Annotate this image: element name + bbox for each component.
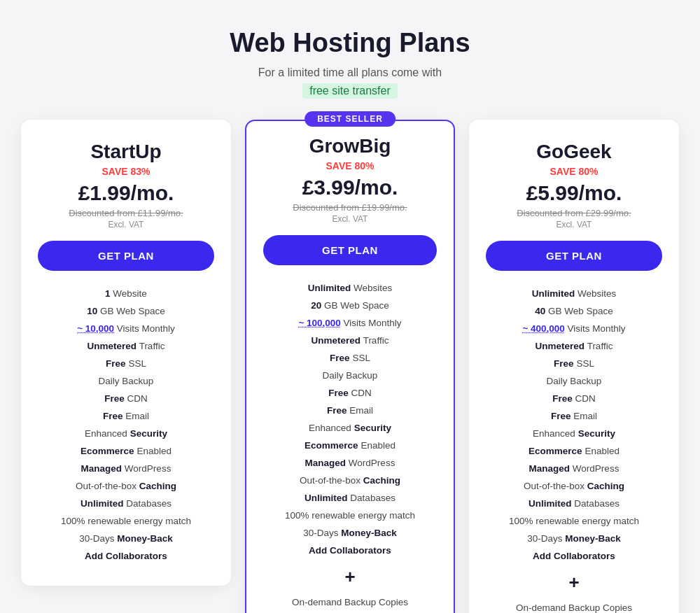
feature-item: Ecommerce Enabled	[486, 442, 662, 460]
free-transfer-badge: free site transfer	[302, 83, 398, 99]
feature-item: Ecommerce Enabled	[38, 442, 214, 460]
plan-save-growbig: SAVE 80%	[263, 160, 437, 171]
feature-item: Enhanced Security	[263, 419, 437, 437]
plan-vat-growbig: Excl. VAT	[263, 214, 437, 224]
plus-separator-gogeek: +	[486, 572, 662, 593]
feature-item: 20 GB Web Space	[263, 297, 437, 314]
plan-card-gogeek: GoGeekSAVE 80%£5.99/mo.Discounted from £…	[469, 120, 679, 613]
feature-item: 30-Days Money-Back	[263, 524, 437, 542]
feature-item: Daily Backup	[38, 372, 214, 390]
plan-name-growbig: GrowBig	[263, 135, 437, 157]
feature-item: Daily Backup	[486, 372, 662, 390]
feature-item: 1 Website	[38, 285, 214, 302]
plan-original-growbig: Discounted from £19.99/mo.	[263, 202, 437, 213]
page-title: Web Hosting Plans	[14, 28, 686, 58]
plan-original-startup: Discounted from £11.99/mo.	[38, 208, 214, 218]
plans-container: StartUpSAVE 83%£1.99/mo.Discounted from …	[14, 120, 686, 613]
feature-item: Managed WordPress	[38, 460, 214, 477]
feature-item: Free Email	[486, 407, 662, 425]
extra-features-list-gogeek: On-demand Backup Copies30% faster PHPSta…	[486, 599, 662, 613]
extra-feature-item: On-demand Backup Copies	[263, 593, 437, 611]
plus-separator-growbig: +	[263, 566, 437, 588]
feature-item: Enhanced Security	[486, 425, 662, 442]
feature-item: Add Collaborators	[486, 547, 662, 565]
feature-item: Out-of-the-box Caching	[38, 477, 214, 495]
feature-item: ~ 400,000 Visits Monthly	[486, 320, 662, 337]
extra-feature-item: On-demand Backup Copies	[486, 599, 662, 613]
feature-item: Unlimited Databases	[38, 495, 214, 512]
plan-vat-startup: Excl. VAT	[38, 220, 214, 230]
best-seller-badge: BEST SELLER	[304, 111, 396, 127]
feature-item: 100% renewable energy match	[486, 512, 662, 530]
feature-item: Add Collaborators	[263, 542, 437, 559]
get-plan-button-growbig[interactable]: GET PLAN	[263, 235, 437, 265]
feature-item: 100% renewable energy match	[38, 512, 214, 530]
feature-item: Free CDN	[38, 390, 214, 407]
plan-card-growbig: BEST SELLERGrowBigSAVE 80%£3.99/mo.Disco…	[245, 120, 455, 613]
feature-item: Free SSL	[263, 349, 437, 367]
feature-item: 10 GB Web Space	[38, 302, 214, 320]
plan-original-gogeek: Discounted from £29.99/mo.	[486, 208, 662, 218]
feature-item: Out-of-the-box Caching	[486, 477, 662, 495]
feature-item: Managed WordPress	[486, 460, 662, 477]
plan-price-startup: £1.99/mo.	[38, 181, 214, 205]
feature-item: 30-Days Money-Back	[486, 530, 662, 547]
plan-name-startup: StartUp	[38, 141, 214, 163]
feature-item: Free CDN	[263, 384, 437, 402]
feature-item: Unmetered Traffic	[486, 337, 662, 355]
feature-item: Unlimited Databases	[263, 489, 437, 507]
feature-item: Free Email	[38, 407, 214, 425]
feature-item: Enhanced Security	[38, 425, 214, 442]
feature-item: 100% renewable energy match	[263, 507, 437, 524]
feature-item: 40 GB Web Space	[486, 302, 662, 320]
plan-price-growbig: £3.99/mo.	[263, 176, 437, 199]
feature-item: ~ 10,000 Visits Monthly	[38, 320, 214, 337]
extra-features-list-growbig: On-demand Backup Copies30% faster PHPSta…	[263, 593, 437, 613]
plan-save-gogeek: SAVE 80%	[486, 166, 662, 177]
features-list-growbig: Unlimited Websites20 GB Web Space~ 100,0…	[263, 279, 437, 559]
plan-card-startup: StartUpSAVE 83%£1.99/mo.Discounted from …	[21, 120, 231, 586]
page-header: Web Hosting Plans For a limited time all…	[14, 28, 686, 99]
feature-item: Daily Backup	[263, 367, 437, 384]
feature-item: Out-of-the-box Caching	[263, 472, 437, 489]
feature-item: 30-Days Money-Back	[38, 530, 214, 547]
feature-item: ~ 100,000 Visits Monthly	[263, 314, 437, 332]
feature-item: Free CDN	[486, 390, 662, 407]
features-list-startup: 1 Website10 GB Web Space~ 10,000 Visits …	[38, 285, 214, 565]
feature-item: Managed WordPress	[263, 454, 437, 472]
feature-item: Ecommerce Enabled	[263, 437, 437, 454]
feature-item: Free SSL	[38, 355, 214, 372]
get-plan-button-gogeek[interactable]: GET PLAN	[486, 241, 662, 271]
feature-item: Free SSL	[486, 355, 662, 372]
feature-item: Unlimited Databases	[486, 495, 662, 512]
get-plan-button-startup[interactable]: GET PLAN	[38, 241, 214, 271]
feature-item: Unmetered Traffic	[38, 337, 214, 355]
feature-item: Free Email	[263, 402, 437, 419]
features-list-gogeek: Unlimited Websites40 GB Web Space~ 400,0…	[486, 285, 662, 565]
feature-item: Unmetered Traffic	[263, 332, 437, 349]
plan-vat-gogeek: Excl. VAT	[486, 220, 662, 230]
feature-item: Add Collaborators	[38, 547, 214, 565]
feature-item: Unlimited Websites	[263, 279, 437, 297]
plan-save-startup: SAVE 83%	[38, 166, 214, 177]
feature-item: Unlimited Websites	[486, 285, 662, 302]
page-subtitle: For a limited time all plans come with	[14, 66, 686, 79]
plan-price-gogeek: £5.99/mo.	[486, 181, 662, 205]
plan-name-gogeek: GoGeek	[486, 141, 662, 163]
